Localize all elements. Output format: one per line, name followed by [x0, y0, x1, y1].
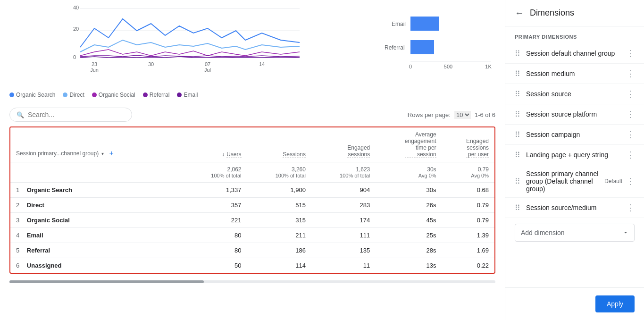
row-engaged-sessions-6: 11 — [311, 258, 376, 273]
drag-handle-session-primary-channel-group: ⠿ — [515, 177, 520, 186]
row-avg-engagement-5: 28s — [376, 243, 442, 258]
more-icon-session-medium[interactable]: ⋮ — [626, 68, 635, 79]
dimension-label-session-primary-channel-group: Session primary channel group (Default c… — [526, 170, 604, 193]
more-icon-session-source-medium[interactable]: ⋮ — [626, 202, 635, 213]
apply-button[interactable]: Apply — [595, 295, 635, 312]
legend-label-referral: Referral — [150, 92, 170, 98]
avg-engagement-column-header[interactable]: Averageengagementtime persession — [376, 127, 442, 162]
add-dimension-button[interactable]: + — [107, 149, 116, 158]
search-input-wrapper[interactable]: 🔍 — [9, 108, 132, 122]
users-label: Users — [226, 151, 241, 158]
row-engaged-sessions-3: 174 — [311, 213, 376, 228]
more-icon-session-primary-channel-group[interactable]: ⋮ — [626, 176, 635, 186]
sidebar-item-session-source-medium[interactable]: ⠿ Session source/medium ⋮ — [505, 198, 644, 218]
table-row: 6 Unassigned 50 114 11 13s 0.22 — [10, 258, 494, 273]
svg-text:1K: 1K — [485, 64, 492, 69]
sidebar-item-landing-page-query-string[interactable]: ⠿ Landing page + query string ⋮ — [505, 145, 644, 165]
legend-item-organic-search: Organic Search — [9, 92, 55, 98]
row-engaged-per-user-3: 0.79 — [442, 213, 494, 228]
table-area: 🔍 Rows per page: 10 25 50 1-6 of 6 — [0, 103, 505, 320]
sessions-column-header[interactable]: Sessions — [247, 127, 311, 162]
svg-text:500: 500 — [444, 64, 452, 69]
legend-label-email: Email — [184, 92, 198, 98]
back-button[interactable]: ← — [515, 8, 524, 18]
chart-area: 40 20 0 23 Jun — [0, 0, 505, 90]
svg-text:14: 14 — [259, 61, 265, 67]
legend-label-organic-social: Organic Social — [99, 92, 135, 98]
dimension-dropdown-icon[interactable]: ▾ — [101, 151, 104, 156]
row-users-3: 221 — [183, 213, 247, 228]
legend-item-referral: Referral — [143, 92, 170, 98]
legend-label-direct: Direct — [69, 92, 84, 98]
totals-engaged-per-user: 0.79 Avg 0% — [442, 162, 494, 183]
sidebar-item-session-source-platform[interactable]: ⠿ Session source platform ⋮ — [505, 104, 644, 125]
engaged-per-user-column-header[interactable]: Engagedsessionsper user — [442, 127, 494, 162]
engaged-sessions-column-header[interactable]: Engagedsessions — [311, 127, 376, 162]
more-icon-session-source-platform[interactable]: ⋮ — [626, 109, 635, 119]
totals-users: 2,062 100% of total — [183, 162, 247, 183]
row-engaged-sessions-1: 904 — [311, 183, 376, 198]
search-input[interactable] — [28, 111, 125, 118]
drag-handle-session-source-platform: ⠿ — [515, 110, 520, 119]
drag-handle-session-source-medium: ⠿ — [515, 203, 520, 212]
totals-dim-cell — [10, 162, 183, 183]
sidebar-header: ← Dimensions — [505, 0, 644, 26]
totals-engaged-sessions: 1,623 100% of total — [311, 162, 376, 183]
row-users-6: 50 — [183, 258, 247, 273]
sidebar-footer: Apply — [505, 287, 644, 320]
primary-dimensions-label: PRIMARY DIMENSIONS — [505, 26, 644, 43]
svg-text:23: 23 — [92, 61, 97, 67]
sidebar-item-session-campaign[interactable]: ⠿ Session campaign ⋮ — [505, 125, 644, 145]
svg-text:20: 20 — [73, 26, 79, 32]
row-sessions-2: 515 — [247, 198, 311, 213]
sidebar-title: Dimensions — [530, 8, 574, 18]
legend-item-direct: Direct — [63, 92, 84, 98]
add-dimension-wrapper[interactable]: Add dimension — [505, 218, 644, 247]
more-icon-landing-page-query-string[interactable]: ⋮ — [626, 150, 635, 160]
legend-item-organic-social: Organic Social — [92, 92, 135, 98]
engaged-sessions-label: Engagedsessions — [347, 144, 370, 158]
row-users-5: 80 — [183, 243, 247, 258]
row-engaged-per-user-6: 0.22 — [442, 258, 494, 273]
row-dim-1: 1 Organic Search — [10, 183, 183, 198]
rows-per-page-select[interactable]: 10 25 50 — [454, 111, 471, 119]
page-info: 1-6 of 6 — [475, 111, 495, 118]
dimension-badge-session-primary-channel-group: Default — [604, 178, 622, 185]
legend-dot-organic-search — [9, 93, 14, 97]
svg-text:Referral: Referral — [385, 44, 405, 51]
dimension-label-landing-page-query-string: Landing page + query string — [526, 151, 626, 159]
dimensions-list: ⠿ Session default channel group ⋮ ⠿ Sess… — [505, 43, 644, 218]
more-icon-session-campaign[interactable]: ⋮ — [626, 129, 635, 140]
scrollbar-thumb[interactable] — [9, 280, 204, 283]
horizontal-scrollbar[interactable] — [9, 280, 495, 283]
sidebar-item-session-default-channel-group[interactable]: ⠿ Session default channel group ⋮ — [505, 43, 644, 64]
drag-handle-session-default-channel-group: ⠿ — [515, 49, 520, 58]
row-users-4: 80 — [183, 228, 247, 243]
svg-text:Jul: Jul — [204, 67, 211, 73]
row-avg-engagement-2: 26s — [376, 198, 442, 213]
row-avg-engagement-3: 45s — [376, 213, 442, 228]
more-icon-session-source[interactable]: ⋮ — [626, 89, 635, 99]
dimension-column-header[interactable]: Session primary...channel group) ▾ + — [10, 127, 183, 162]
legend-item-email: Email — [177, 92, 198, 98]
sidebar-item-session-medium[interactable]: ⠿ Session medium ⋮ — [505, 64, 644, 84]
row-avg-engagement-1: 30s — [376, 183, 442, 198]
legend-dot-direct — [63, 93, 67, 97]
sidebar-item-session-primary-channel-group[interactable]: ⠿ Session primary channel group (Default… — [505, 165, 644, 198]
svg-text:07: 07 — [205, 61, 210, 67]
table-row: 4 Email 80 211 111 25s 1.39 — [10, 228, 494, 243]
drag-handle-session-campaign: ⠿ — [515, 130, 520, 139]
row-engaged-sessions-5: 135 — [311, 243, 376, 258]
chart-legend: Organic Search Direct Organic Social Ref… — [0, 90, 505, 103]
bar-chart-container: Email Referral 0 500 1K — [363, 5, 495, 85]
sidebar-item-session-source[interactable]: ⠿ Session source ⋮ — [505, 84, 644, 104]
line-chart: 40 20 0 23 Jun — [9, 5, 354, 80]
svg-text:0: 0 — [409, 64, 412, 69]
add-dimension-select[interactable]: Add dimension — [515, 224, 635, 242]
row-users-2: 357 — [183, 198, 247, 213]
svg-rect-13 — [410, 17, 439, 31]
more-icon-session-default-channel-group[interactable]: ⋮ — [626, 48, 635, 59]
users-column-header[interactable]: ↓Users — [183, 127, 247, 162]
row-dim-5: 5 Referral — [10, 243, 183, 258]
totals-avg-engagement: 30s Avg 0% — [376, 162, 442, 183]
